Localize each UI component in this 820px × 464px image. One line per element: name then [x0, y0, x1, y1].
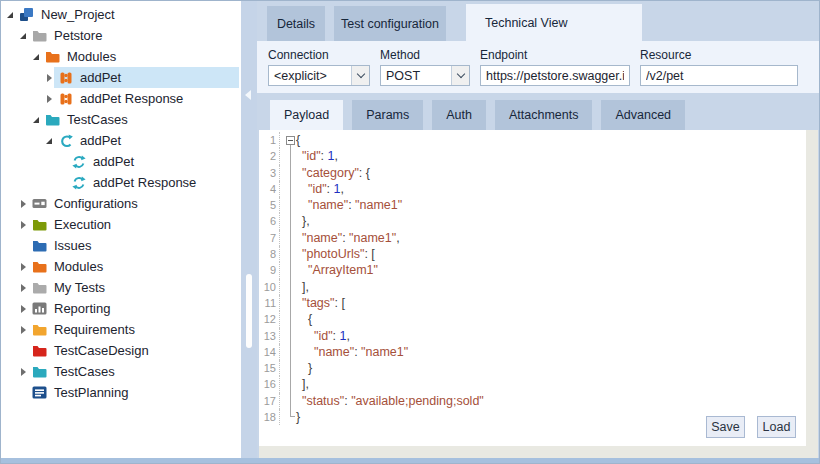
- tree-item-requirements[interactable]: Requirements: [1, 319, 241, 340]
- tab-payload[interactable]: Payload: [270, 100, 343, 130]
- expand-arrow-icon[interactable]: [21, 263, 26, 271]
- method-select[interactable]: POST: [380, 65, 470, 86]
- collapse-arrow-icon[interactable]: [20, 33, 26, 39]
- folder-icon: [31, 217, 48, 232]
- tree-item-addpet[interactable]: addPet: [1, 151, 241, 172]
- splitter-collapse-arrow-icon[interactable]: [245, 90, 251, 100]
- code-line[interactable]: 10],: [259, 279, 806, 295]
- tree-item-body[interactable]: TestPlanning: [28, 382, 239, 403]
- tree-item-body[interactable]: TestCases: [41, 109, 239, 130]
- code-text: }: [292, 360, 312, 376]
- code-line[interactable]: 17"status": "available;pending;sold": [259, 393, 806, 409]
- code-line[interactable]: 8"photoUrls": [: [259, 246, 806, 262]
- tab-auth[interactable]: Auth: [432, 100, 486, 130]
- expand-arrow-icon[interactable]: [47, 95, 52, 103]
- code-line[interactable]: 5"name": "name1": [259, 197, 806, 213]
- collapse-arrow-icon[interactable]: [46, 138, 52, 144]
- tree-item-addpet[interactable]: addPet: [1, 130, 241, 151]
- collapse-arrow-icon[interactable]: [7, 12, 13, 18]
- expand-arrow-icon[interactable]: [47, 74, 52, 82]
- code-line[interactable]: 3"category": {: [259, 165, 806, 181]
- chevron-down-icon[interactable]: [451, 66, 469, 85]
- tree-item-body[interactable]: Petstore: [28, 25, 239, 46]
- tree-item-body[interactable]: Execution: [28, 214, 239, 235]
- load-button[interactable]: Load: [757, 416, 796, 438]
- tab-advanced[interactable]: Advanced: [601, 100, 685, 130]
- code-line[interactable]: 14"name": "name1": [259, 344, 806, 360]
- code-text: "category": {: [286, 165, 370, 181]
- vertical-scrollbar[interactable]: [806, 130, 818, 460]
- tree-item-body[interactable]: TestCases: [28, 361, 239, 382]
- endpoint-text-input[interactable]: [481, 66, 629, 85]
- line-number: 10: [259, 279, 280, 295]
- tree-item-execution[interactable]: Execution: [1, 214, 241, 235]
- tree-item-testcases[interactable]: TestCases: [1, 361, 241, 382]
- code-line[interactable]: 13"id": 1,: [259, 328, 806, 344]
- tree-item-body[interactable]: addPet: [54, 130, 239, 151]
- expand-arrow-icon[interactable]: [21, 326, 26, 334]
- tree-item-body[interactable]: addPet Response: [67, 172, 239, 193]
- tree-splitter[interactable]: [241, 1, 257, 460]
- tree-item-body[interactable]: TestCaseDesign: [28, 340, 239, 361]
- code-line[interactable]: 15}: [259, 360, 806, 376]
- tree-item-new-project[interactable]: New_Project: [1, 4, 241, 25]
- resource-text-input[interactable]: [641, 66, 797, 85]
- tree-item-addpet-response[interactable]: addPet Response: [1, 88, 241, 109]
- tree-item-my-tests[interactable]: My Tests: [1, 277, 241, 298]
- tree-item-body[interactable]: Issues: [28, 235, 239, 256]
- tree-item-issues[interactable]: Issues: [1, 235, 241, 256]
- tree-item-testcasedesign[interactable]: TestCaseDesign: [1, 340, 241, 361]
- tree-item-addpet-response[interactable]: addPet Response: [1, 172, 241, 193]
- expand-arrow-icon[interactable]: [21, 221, 26, 229]
- tree-item-reporting[interactable]: Reporting: [1, 298, 241, 319]
- endpoint-input[interactable]: [480, 65, 630, 86]
- tree-item-modules[interactable]: Modules: [1, 256, 241, 277]
- tab-details[interactable]: Details: [267, 6, 325, 41]
- tree-item-petstore[interactable]: Petstore: [1, 25, 241, 46]
- tree-item-body[interactable]: Reporting: [28, 298, 239, 319]
- tree-item-configurations[interactable]: Configurations: [1, 193, 241, 214]
- connection-select[interactable]: <explicit>: [268, 65, 370, 86]
- save-button[interactable]: Save: [706, 416, 745, 438]
- tree-item-testplanning[interactable]: TestPlanning: [1, 382, 241, 403]
- tree-item-modules[interactable]: Modules: [1, 46, 241, 67]
- payload-editor[interactable]: 1{2"id": 1,3"category": {4"id": 1,5"name…: [259, 130, 806, 446]
- tree-item-body[interactable]: My Tests: [28, 277, 239, 298]
- tree-scrollbar-thumb[interactable]: [246, 274, 252, 348]
- resource-input[interactable]: [640, 65, 798, 86]
- tree-item-body[interactable]: addPet Response: [54, 88, 239, 109]
- tab-technical-view[interactable]: Technical View: [466, 4, 642, 41]
- expand-arrow-icon[interactable]: [21, 200, 26, 208]
- code-line[interactable]: 4"id": 1,: [259, 181, 806, 197]
- tab-params[interactable]: Params: [352, 100, 423, 130]
- code-line[interactable]: 6},: [259, 213, 806, 229]
- chevron-down-icon[interactable]: [351, 66, 369, 85]
- code-line[interactable]: 12{: [259, 311, 806, 327]
- expand-arrow-icon[interactable]: [21, 284, 26, 292]
- code-line[interactable]: 16],: [259, 376, 806, 392]
- code-line[interactable]: 2"id": 1,: [259, 148, 806, 164]
- tree-item-body[interactable]: addPet: [67, 151, 239, 172]
- tree-item-testcases[interactable]: TestCases: [1, 109, 241, 130]
- collapse-arrow-icon[interactable]: [33, 54, 39, 60]
- arrow-slot: [18, 305, 28, 313]
- tree-item-body[interactable]: Modules: [28, 256, 239, 277]
- collapse-arrow-icon[interactable]: [33, 117, 39, 123]
- tree-item-body[interactable]: Modules: [41, 46, 239, 67]
- code-line[interactable]: 1{: [259, 132, 806, 148]
- tab-attachments[interactable]: Attachments: [495, 100, 592, 130]
- tab-test-configuration[interactable]: Test configuration: [334, 6, 446, 41]
- tree-item-body[interactable]: New_Project: [15, 4, 239, 25]
- expand-arrow-icon[interactable]: [21, 368, 26, 376]
- tree-item-addpet[interactable]: addPet: [1, 67, 241, 88]
- code-line[interactable]: 9"ArrayItem1": [259, 262, 806, 278]
- arrow-slot: [31, 117, 41, 123]
- tree-item-body[interactable]: addPet: [54, 67, 239, 88]
- tree-item-body[interactable]: Requirements: [28, 319, 239, 340]
- expand-arrow-icon[interactable]: [21, 305, 26, 313]
- tree-item-body[interactable]: Configurations: [28, 193, 239, 214]
- code-line[interactable]: 7"name": "name1",: [259, 230, 806, 246]
- code-line[interactable]: 11"tags": [: [259, 295, 806, 311]
- tc-double-icon: [70, 175, 87, 190]
- tree-item-label: Modules: [67, 49, 116, 64]
